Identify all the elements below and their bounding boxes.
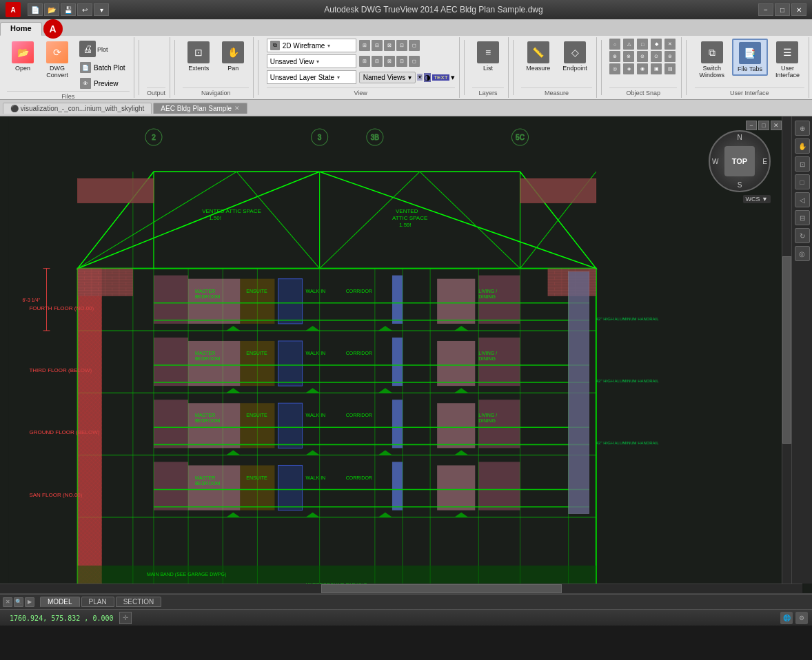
view-icon-10[interactable]: ◻ xyxy=(409,56,420,67)
layer-state-arrow: ▾ xyxy=(337,74,340,81)
text-arrow[interactable]: ▾ xyxy=(451,73,455,82)
open-button[interactable]: 📂 Open xyxy=(7,39,39,74)
svg-rect-50 xyxy=(154,400,188,448)
preview-icon: 👁 xyxy=(80,78,91,89)
switch-windows-button[interactable]: ⧉ SwitchWindows xyxy=(695,39,730,81)
view-icon-9[interactable]: ⊡ xyxy=(396,56,407,67)
half-sun-icon[interactable]: ◑ xyxy=(424,73,431,82)
view-icon-2[interactable]: ⊟ xyxy=(372,40,383,51)
svg-text:42" HIGH ALUMINUM HANDRAIL: 42" HIGH ALUMINUM HANDRAIL xyxy=(596,317,659,321)
svg-text:LIVING /: LIVING / xyxy=(478,413,497,417)
model-tab-plan[interactable]: PLAN xyxy=(81,597,114,607)
snap-icon-3[interactable]: □ xyxy=(637,39,648,50)
snap-icon-14[interactable]: ▣ xyxy=(651,63,662,74)
snap-icon-8[interactable]: ⊘ xyxy=(637,51,648,62)
view-name-dropdown[interactable]: Unsaved View ▾ xyxy=(267,54,356,68)
view-icon-1[interactable]: ⊞ xyxy=(359,40,370,51)
file-tabs-button[interactable]: 📑 File Tabs xyxy=(732,39,768,76)
quick-access-dropdown[interactable]: ▾ xyxy=(94,3,109,16)
plot-button[interactable]: 🖨 Plot xyxy=(76,39,130,59)
orbit-button[interactable]: ↻ xyxy=(795,228,810,243)
quick-access-save[interactable]: 💾 xyxy=(61,3,76,16)
file-tab-visualization[interactable]: ⚫ visualization_-_con...inium_with_skyli… xyxy=(3,103,152,114)
svg-rect-52 xyxy=(154,462,188,510)
snap-icon-5[interactable]: ✕ xyxy=(664,39,676,50)
layer-state-dropdown[interactable]: Unsaved Layer State ▾ xyxy=(267,70,356,84)
snap-icon-13[interactable]: ◉ xyxy=(637,63,648,74)
horizontal-scrollbar-thumb[interactable] xyxy=(321,584,562,593)
ribbon-group-user-interface: ⧉ SwitchWindows 📑 File Tabs ☰ UserInterf… xyxy=(691,37,809,98)
snap-icon-10[interactable]: ⊚ xyxy=(664,51,676,62)
zoom-window-button[interactable]: □ xyxy=(795,174,810,189)
view-icon-3[interactable]: ⊠ xyxy=(384,40,395,51)
measure-button[interactable]: 📏 Measure xyxy=(521,39,555,74)
view-icon-4[interactable]: ⊡ xyxy=(396,40,407,51)
inner-close[interactable]: ✕ xyxy=(771,121,782,130)
file-tab-aec-bldg-close[interactable]: ✕ xyxy=(234,105,240,112)
maximize-button[interactable]: □ xyxy=(775,3,790,16)
view-name-value: Unsaved View xyxy=(270,58,314,65)
view-style-dropdown[interactable]: ⧉ 2D Wireframe ▾ xyxy=(267,39,356,52)
dwg-convert-button[interactable]: ⟳ DWGConvert xyxy=(41,39,73,81)
pan-realtime-button[interactable]: ✋ xyxy=(795,138,810,154)
ribbon-group-view: ⧉ 2D Wireframe ▾ ⊞ ⊟ ⊠ ⊡ ◻ Unsaved View xyxy=(263,37,460,98)
svg-rect-122 xyxy=(78,178,154,203)
snap-icon-6[interactable]: ⊕ xyxy=(609,51,620,62)
horizontal-scrollbar[interactable] xyxy=(0,584,802,593)
zoom-realtime-button[interactable]: ⊕ xyxy=(795,121,810,136)
zoom-scale-button[interactable]: ⊟ xyxy=(795,210,810,225)
view-icon-8[interactable]: ⊠ xyxy=(384,56,395,67)
batch-plot-button[interactable]: 📄 Batch Plot xyxy=(76,60,130,75)
zoom-extents-button[interactable]: ⊡ xyxy=(795,156,810,172)
model-tab-model[interactable]: MODEL xyxy=(40,597,80,607)
snap-icon-4[interactable]: ◆ xyxy=(651,39,662,50)
quick-access-new[interactable]: 📄 xyxy=(28,3,43,16)
snap-icon-1[interactable]: ○ xyxy=(609,39,620,50)
inner-restore[interactable]: □ xyxy=(758,121,769,130)
snap-icon-2[interactable]: △ xyxy=(623,39,634,50)
view-icon-5[interactable]: ◻ xyxy=(409,40,420,51)
layers-group-label: Layers xyxy=(472,87,504,96)
vertical-scrollbar-thumb[interactable] xyxy=(782,256,791,443)
tab-next-button[interactable]: ▶ xyxy=(25,597,34,607)
quick-access-undo[interactable]: ↩ xyxy=(77,3,92,16)
view-icon-6[interactable]: ⊞ xyxy=(359,56,370,67)
3d-orbit-button[interactable]: ◎ xyxy=(795,246,810,261)
ui-buttons: ⧉ SwitchWindows 📑 File Tabs ☰ UserInterf… xyxy=(695,39,804,87)
endpoint-button[interactable]: ◇ Endpoint xyxy=(558,39,592,74)
user-interface-button[interactable]: ☰ UserInterface xyxy=(771,39,804,81)
quick-access-open[interactable]: 📂 xyxy=(44,3,59,16)
cad-drawing-canvas[interactable]: 2 3 3B 5C xyxy=(0,116,812,593)
snap-icon-7[interactable]: ⊗ xyxy=(623,51,634,62)
close-button[interactable]: ✕ xyxy=(791,3,806,16)
inner-minimize[interactable]: − xyxy=(746,121,757,130)
model-tab-section[interactable]: SECTION xyxy=(116,597,161,607)
app-menu-button[interactable]: A xyxy=(43,19,63,39)
snap-icon-15[interactable]: ▤ xyxy=(664,63,676,74)
status-settings-icon[interactable]: ⚙ xyxy=(795,612,808,624)
preview-button[interactable]: 👁 Preview xyxy=(76,76,130,91)
pan-button[interactable]: ✋ Pan xyxy=(217,39,249,74)
dwg-convert-label: DWGConvert xyxy=(46,65,68,79)
svg-text:2: 2 xyxy=(152,134,156,141)
minimize-button[interactable]: − xyxy=(758,3,773,16)
list-button[interactable]: ≡ List xyxy=(472,39,504,74)
extents-button[interactable]: ⊡ Extents xyxy=(183,39,214,74)
svg-rect-69 xyxy=(278,465,302,510)
tab-prev-button[interactable]: ✕ xyxy=(3,597,12,607)
crosshair-icon[interactable]: ✛ xyxy=(119,612,132,624)
compass: N S W E TOP WCS ▼ xyxy=(709,130,771,192)
file-tab-aec-bldg[interactable]: AEC Bldg Plan Sample ✕ xyxy=(153,103,247,114)
snap-icon-9[interactable]: ⊙ xyxy=(651,51,662,62)
text-toggle[interactable]: TEXT xyxy=(432,74,449,81)
sun-icon[interactable]: ☀ xyxy=(417,74,423,81)
status-world-icon[interactable]: 🌐 xyxy=(780,612,793,624)
vertical-scrollbar[interactable] xyxy=(782,116,791,584)
tab-search-button[interactable]: 🔍 xyxy=(14,597,23,607)
tab-home[interactable]: Home xyxy=(0,22,42,36)
zoom-previous-button[interactable]: ◁ xyxy=(795,192,810,207)
snap-icon-12[interactable]: ◈ xyxy=(623,63,634,74)
view-icon-7[interactable]: ⊟ xyxy=(372,56,383,67)
snap-icon-11[interactable]: ◎ xyxy=(609,63,620,74)
named-views-button[interactable]: Named Views ▾ xyxy=(359,72,416,83)
